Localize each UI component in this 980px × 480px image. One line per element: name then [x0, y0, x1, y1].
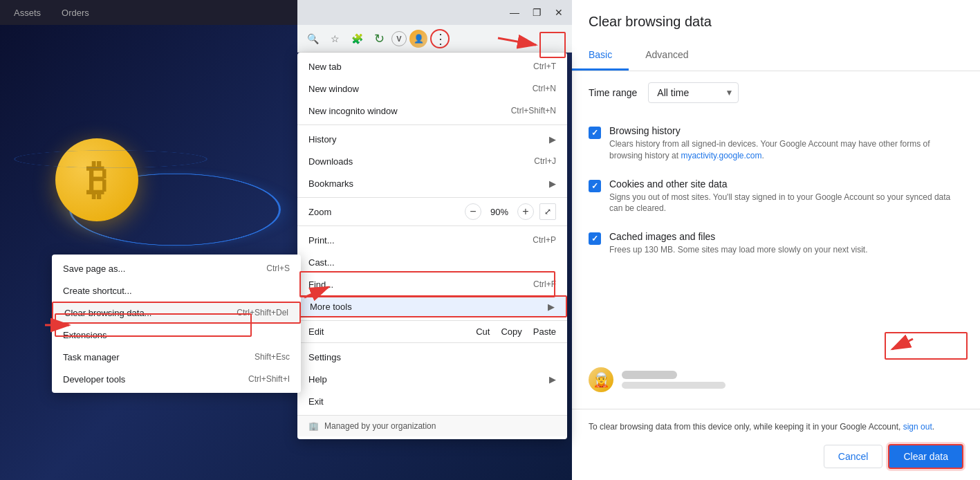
- submenu-extensions[interactable]: Extensions: [52, 324, 301, 346]
- clear-browsing-panel: Clear browsing data Basic Advanced Time …: [572, 0, 980, 480]
- menu-new-tab[interactable]: New tab Ctrl+T: [297, 55, 567, 77]
- user-avatar: 🧝: [589, 367, 613, 392]
- zoom-icon[interactable]: 🔍: [303, 29, 322, 48]
- menu-zoom: Zoom − 90% + ⤢: [297, 201, 567, 223]
- zoom-plus-button[interactable]: +: [517, 203, 534, 220]
- vpn-icon[interactable]: V: [391, 31, 407, 46]
- submenu-save-page[interactable]: Save page as... Ctrl+S: [52, 257, 301, 279]
- clear-panel-tabs: Basic Advanced: [572, 41, 980, 71]
- clear-panel-content: Time range All time Last hour Last 24 ho…: [572, 71, 980, 356]
- menu-new-window[interactable]: New window Ctrl+N: [297, 77, 567, 100]
- menu-copy[interactable]: Copy: [501, 326, 521, 337]
- menu-help[interactable]: Help ▶: [297, 368, 567, 390]
- bitcoin-icon: ₿: [55, 138, 138, 221]
- checkbox-cached: Cached images and files Frees up 130 MB.…: [589, 223, 963, 264]
- menu-history[interactable]: History ▶: [297, 128, 567, 150]
- maximize-button[interactable]: ❐: [527, 3, 546, 22]
- browsing-history-checkbox[interactable]: [589, 127, 601, 139]
- footer-buttons: Cancel Clear data: [589, 444, 963, 469]
- menu-settings[interactable]: Settings: [297, 346, 567, 368]
- user-info-row: 🧝: [589, 362, 963, 398]
- myactivity-link[interactable]: myactivity.google.com: [681, 151, 761, 160]
- cached-desc: Frees up 130 MB. Some sites may load mor…: [609, 244, 963, 256]
- submenu-create-shortcut[interactable]: Create shortcut...: [52, 279, 301, 302]
- nav-assets[interactable]: Assets: [14, 8, 41, 18]
- checkbox-browsing-history: Browsing history Clears history from all…: [589, 117, 963, 170]
- sign-out-link[interactable]: sign out: [903, 422, 932, 432]
- menu-find[interactable]: Find... Ctrl+F: [297, 273, 567, 295]
- clear-panel-footer: To clear browsing data from this device …: [572, 409, 980, 480]
- avatar-icon[interactable]: 👤: [409, 30, 427, 48]
- footer-text: To clear browsing data from this device …: [589, 421, 963, 433]
- star-icon[interactable]: ☆: [325, 29, 344, 48]
- chrome-toolbar: 🔍 ☆ 🧩 ↻ V 👤 ⋮: [297, 25, 574, 53]
- menu-more-tools[interactable]: More tools ▶: [297, 295, 567, 317]
- submenu-task-manager[interactable]: Task manager Shift+Esc: [52, 346, 301, 368]
- zoom-value: 90%: [487, 207, 512, 217]
- more-tools-submenu: Save page as... Ctrl+S Create shortcut..…: [52, 255, 301, 393]
- menu-cast[interactable]: Cast...: [297, 251, 567, 273]
- time-range-select[interactable]: All time Last hour Last 24 hours Last 7 …: [648, 82, 739, 103]
- browsing-history-title: Browsing history: [609, 125, 963, 136]
- user-name-blurred: [622, 371, 677, 379]
- cookies-desc: Signs you out of most sites. You'll stay…: [609, 192, 963, 215]
- time-range-row: Time range All time Last hour Last 24 ho…: [589, 82, 963, 103]
- menu-downloads[interactable]: Downloads Ctrl+J: [297, 150, 567, 172]
- close-button[interactable]: ✕: [549, 3, 568, 22]
- menu-cut[interactable]: Cut: [476, 326, 490, 337]
- browsing-history-desc: Clears history from all signed-in device…: [609, 138, 963, 162]
- minimize-button[interactable]: —: [505, 3, 524, 22]
- zoom-fullscreen-button[interactable]: ⤢: [539, 203, 556, 220]
- clear-panel-title: Clear browsing data: [572, 0, 980, 30]
- cached-title: Cached images and files: [609, 231, 963, 242]
- clear-data-button[interactable]: Clear data: [888, 444, 963, 469]
- user-email-blurred: [622, 382, 725, 389]
- menu-paste[interactable]: Paste: [533, 326, 556, 337]
- zoom-minus-button[interactable]: −: [465, 203, 481, 220]
- cached-checkbox[interactable]: [589, 232, 601, 245]
- cancel-button[interactable]: Cancel: [824, 445, 883, 468]
- time-range-select-wrapper: All time Last hour Last 24 hours Last 7 …: [648, 82, 739, 103]
- chrome-menu-button[interactable]: ⋮: [430, 29, 450, 48]
- update-icon[interactable]: ↻: [369, 29, 389, 48]
- building-icon: 🏢: [308, 421, 319, 431]
- extensions-icon[interactable]: 🧩: [347, 29, 367, 48]
- submenu-clear-browsing-data[interactable]: Clear browsing data... Ctrl+Shift+Del: [52, 302, 301, 324]
- chrome-titlebar: — ❐ ✕: [297, 0, 574, 25]
- managed-by-org: 🏢 Managed by your organization: [297, 415, 567, 436]
- menu-new-incognito[interactable]: New incognito window Ctrl+Shift+N: [297, 100, 567, 122]
- menu-print[interactable]: Print... Ctrl+P: [297, 229, 567, 251]
- menu-exit[interactable]: Exit: [297, 390, 567, 412]
- checkbox-cookies: Cookies and other site data Signs you ou…: [589, 170, 963, 223]
- tab-advanced[interactable]: Advanced: [629, 41, 705, 71]
- nav-orders[interactable]: Orders: [62, 8, 89, 18]
- time-range-label: Time range: [589, 87, 637, 98]
- submenu-developer-tools[interactable]: Developer tools Ctrl+Shift+I: [52, 368, 301, 390]
- menu-bookmarks[interactable]: Bookmarks ▶: [297, 172, 567, 194]
- tab-basic[interactable]: Basic: [572, 41, 629, 71]
- cookies-title: Cookies and other site data: [609, 178, 963, 190]
- menu-edit-row: Edit Cut Copy Paste: [297, 324, 567, 340]
- cookies-checkbox[interactable]: [589, 180, 601, 192]
- user-info-section: 🧝: [572, 356, 980, 409]
- chrome-dropdown-menu: New tab Ctrl+T New window Ctrl+N New inc…: [297, 53, 567, 439]
